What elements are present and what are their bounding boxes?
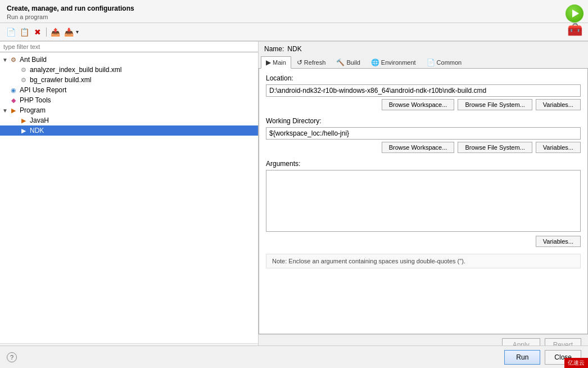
api-use-report-icon: ◉ [9, 86, 18, 95]
duplicate-button[interactable]: 📋 [18, 26, 30, 38]
tree-label-php-tools: PHP Tools [20, 96, 51, 104]
tree-arrow-program: ▼ [2, 107, 9, 114]
analyzer-icon: ⚙ [19, 65, 28, 74]
main-content: ▼ ⚙ Ant Build ⚙ analyzer_index_build bui… [0, 41, 588, 355]
tab-environment[interactable]: 🌐 Environment [366, 56, 421, 68]
tab-common-label: Common [437, 59, 462, 66]
variables-1-button[interactable]: Variables... [536, 99, 581, 110]
run-button[interactable]: Run [504, 350, 540, 365]
header-title: Create, manage, and run configurations [7, 5, 581, 12]
name-row: Name: NDK [259, 42, 588, 56]
php-tools-icon: ◆ [9, 96, 18, 105]
variables-3-button[interactable]: Variables... [536, 236, 581, 247]
ant-build-icon: ⚙ [9, 55, 18, 64]
right-panel: Name: NDK ▶ Main ↺ Refresh 🔨 Build 🌐 Env… [259, 42, 588, 355]
left-panel: ▼ ⚙ Ant Build ⚙ analyzer_index_build bui… [0, 42, 259, 355]
tree-area: ▼ ⚙ Ant Build ⚙ analyzer_index_build bui… [0, 52, 258, 343]
tree-arrow-ant-build: ▼ [2, 57, 9, 63]
browse-workspace-2-button[interactable]: Browse Workspace... [382, 142, 455, 153]
brand-watermark: 亿速云 [564, 358, 588, 368]
top-right-logo: 🧰 [566, 5, 584, 37]
import-dropdown[interactable]: ▾ [76, 29, 79, 35]
working-dir-input[interactable] [266, 127, 581, 140]
location-label: Location: [266, 74, 581, 82]
common-tab-icon: 📄 [427, 59, 435, 66]
tab-main[interactable]: ▶ Main [261, 56, 291, 69]
env-tab-icon: 🌐 [371, 59, 379, 66]
arguments-textarea-wrapper [266, 170, 581, 234]
arguments-textarea[interactable] [266, 170, 581, 232]
delete-button[interactable]: ✖ [31, 26, 44, 38]
tabs-bar: ▶ Main ↺ Refresh 🔨 Build 🌐 Environment 📄… [259, 56, 588, 69]
header: Create, manage, and run configurations R… [0, 0, 588, 23]
bottom-bar: ? Run Close [0, 345, 588, 368]
working-dir-label: Working Directory: [266, 117, 581, 125]
tree-item-api-use-report[interactable]: ◉ API Use Report [0, 85, 258, 95]
arguments-label: Arguments: [266, 160, 581, 168]
tab-build[interactable]: 🔨 Build [331, 56, 365, 68]
tree-label-javah: JavaH [30, 116, 49, 124]
tree-label-ndk: NDK [30, 127, 44, 134]
note-text: Note: Enclose an argument containing spa… [266, 254, 581, 268]
header-subtitle: Run a program [7, 14, 581, 20]
import-button[interactable]: 📥 [62, 26, 75, 38]
name-value: NDK [287, 45, 301, 53]
browse-workspace-1-button[interactable]: Browse Workspace... [382, 99, 455, 110]
javah-icon: ▶ [19, 116, 28, 125]
tree-label-program: Program [20, 106, 46, 114]
toolbar: 📄 📋 ✖ 📤 📥 ▾ [0, 23, 588, 41]
bg-crawler-icon: ⚙ [19, 75, 28, 84]
tree-item-analyzer[interactable]: ⚙ analyzer_index_build build.xml [0, 65, 258, 75]
tab-build-label: Build [346, 59, 360, 66]
filter-input[interactable] [0, 42, 258, 52]
program-icon: ▶ [9, 106, 18, 115]
tree-label-bg-crawler: bg_crawler build.xml [30, 76, 91, 84]
new-config-button[interactable]: 📄 [4, 26, 17, 38]
location-section: Location: Browse Workspace... Browse Fil… [266, 74, 581, 110]
tab-refresh[interactable]: ↺ Refresh [292, 56, 331, 68]
toolbox-icon: 🧰 [567, 23, 582, 37]
tree-label-analyzer: analyzer_index_build build.xml [30, 66, 121, 74]
tree-label-ant-build: Ant Build [20, 56, 47, 64]
tab-environment-label: Environment [381, 59, 416, 66]
main-tab-icon: ▶ [266, 59, 271, 66]
refresh-tab-icon: ↺ [297, 59, 302, 66]
working-dir-section: Working Directory: Browse Workspace... B… [266, 117, 581, 153]
dropdown-arrow-icon: ▾ [76, 29, 79, 35]
name-label: Name: [264, 45, 284, 53]
tree-item-ndk[interactable]: ▶ NDK [0, 125, 258, 136]
tree-item-javah[interactable]: ▶ JavaH [0, 115, 258, 125]
location-btn-row: Browse Workspace... Browse File System..… [266, 99, 581, 110]
build-tab-icon: 🔨 [336, 59, 345, 66]
bottom-left: ? [7, 352, 17, 362]
location-input[interactable] [266, 84, 581, 97]
tree-item-php-tools[interactable]: ◆ PHP Tools [0, 95, 258, 105]
help-button[interactable]: ? [7, 352, 17, 362]
play-icon [566, 5, 584, 23]
ndk-icon: ▶ [19, 126, 28, 135]
tab-main-label: Main [273, 59, 286, 66]
variables-2-button[interactable]: Variables... [536, 142, 581, 153]
tree-item-ant-build[interactable]: ▼ ⚙ Ant Build [0, 55, 258, 65]
tab-common[interactable]: 📄 Common [422, 56, 467, 68]
export-button[interactable]: 📤 [49, 26, 61, 38]
form-area: Location: Browse Workspace... Browse Fil… [259, 69, 588, 334]
tab-refresh-label: Refresh [304, 59, 326, 66]
working-dir-btn-row: Browse Workspace... Browse File System..… [266, 142, 581, 153]
tree-item-program[interactable]: ▼ ▶ Program [0, 105, 258, 115]
toolbar-separator [46, 28, 47, 37]
tree-item-bg-crawler[interactable]: ⚙ bg_crawler build.xml [0, 75, 258, 85]
browse-filesystem-1-button[interactable]: Browse File System... [458, 99, 532, 110]
arguments-section: Arguments: Variables... [266, 160, 581, 247]
browse-filesystem-2-button[interactable]: Browse File System... [458, 142, 532, 153]
arguments-btn-row: Variables... [266, 236, 581, 247]
tree-label-api-use-report: API Use Report [20, 86, 66, 94]
